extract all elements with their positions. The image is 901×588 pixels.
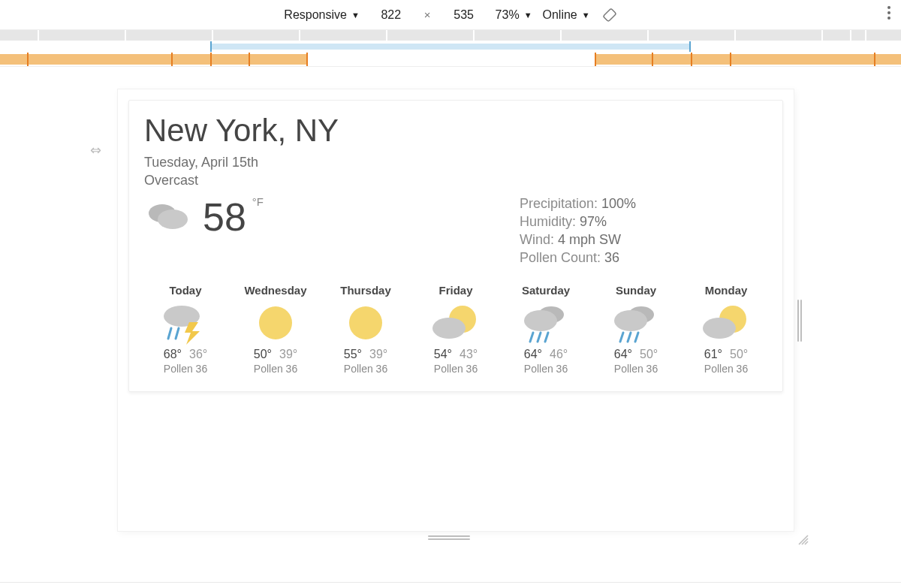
svg-line-19 bbox=[628, 333, 631, 342]
rotate-icon[interactable] bbox=[602, 8, 617, 23]
ruler-segments bbox=[0, 30, 901, 41]
day-name: Wednesday bbox=[234, 284, 317, 297]
media-query-breakpoints[interactable] bbox=[0, 53, 901, 66]
network-dropdown[interactable]: Online ▼ bbox=[543, 8, 590, 22]
breakpoint-ruler[interactable] bbox=[0, 30, 901, 67]
day-temps: 54°43° bbox=[414, 348, 497, 361]
svg-rect-0 bbox=[603, 8, 616, 22]
weather-card: New York, NY Tuesday, April 15th Overcas… bbox=[128, 100, 783, 392]
sunny-icon bbox=[234, 303, 317, 343]
rain-icon bbox=[505, 303, 587, 343]
svg-point-22 bbox=[703, 318, 736, 339]
day-name: Today bbox=[144, 284, 227, 297]
day-name: Sunday bbox=[595, 284, 677, 297]
network-label: Online bbox=[543, 8, 577, 22]
svg-point-2 bbox=[158, 210, 188, 229]
zoom-dropdown[interactable]: 73% ▼ bbox=[496, 8, 532, 22]
svg-line-13 bbox=[530, 333, 533, 342]
svg-line-4 bbox=[168, 328, 171, 339]
day-temps: 64°46° bbox=[505, 348, 587, 361]
resize-handle-right[interactable] bbox=[797, 300, 805, 342]
svg-line-5 bbox=[176, 328, 179, 339]
current-stats: Precipitation: 100% Humidity: 97% Wind: … bbox=[520, 194, 767, 267]
forecast-day: Saturday64°46°Pollen 36 bbox=[505, 284, 587, 375]
caret-down-icon: ▼ bbox=[582, 11, 590, 20]
forecast-day: Friday54°43°Pollen 36 bbox=[414, 284, 497, 375]
day-name: Friday bbox=[414, 284, 497, 297]
height-input[interactable] bbox=[443, 5, 485, 25]
day-pollen: Pollen 36 bbox=[505, 363, 587, 375]
day-pollen: Pollen 36 bbox=[685, 363, 767, 375]
temp-unit: °F bbox=[252, 195, 264, 208]
forecast-day: Monday61°50°Pollen 36 bbox=[685, 284, 767, 375]
partly-icon bbox=[685, 303, 767, 343]
svg-line-14 bbox=[538, 333, 541, 342]
day-name: Saturday bbox=[505, 284, 587, 297]
device-viewport-area: ⇔ New York, NY Tuesday, April 15th Overc… bbox=[0, 89, 901, 570]
date-line: Tuesday, April 15th bbox=[144, 153, 767, 171]
day-pollen: Pollen 36 bbox=[595, 363, 677, 375]
day-name: Monday bbox=[685, 284, 767, 297]
overcast-icon bbox=[144, 197, 192, 237]
city-name: New York, NY bbox=[144, 113, 767, 149]
storm-icon bbox=[144, 303, 227, 343]
media-query-range[interactable] bbox=[0, 41, 901, 53]
device-toolbar: Responsive ▼ × 73% ▼ Online ▼ bbox=[0, 0, 901, 30]
day-temps: 55°39° bbox=[324, 348, 407, 361]
rain-icon bbox=[595, 303, 677, 343]
day-temps: 50°39° bbox=[234, 348, 317, 361]
day-pollen: Pollen 36 bbox=[144, 363, 227, 375]
simulated-viewport: New York, NY Tuesday, April 15th Overcas… bbox=[118, 89, 794, 531]
svg-point-8 bbox=[349, 306, 382, 339]
forecast-day: Wednesday50°39°Pollen 36 bbox=[234, 284, 317, 375]
times-icon: × bbox=[423, 8, 432, 21]
partly-icon bbox=[414, 303, 497, 343]
resize-handle-left[interactable]: ⇔ bbox=[90, 142, 101, 158]
current-temp: 58 bbox=[203, 194, 246, 240]
svg-line-18 bbox=[620, 333, 623, 342]
device-mode-dropdown[interactable]: Responsive ▼ bbox=[284, 8, 360, 22]
current-conditions-row: 58 °F Precipitation: 100% Humidity: 97% … bbox=[144, 194, 767, 267]
sunny-icon bbox=[324, 303, 407, 343]
forecast-day: Thursday55°39°Pollen 36 bbox=[324, 284, 407, 375]
svg-line-20 bbox=[635, 333, 638, 342]
caret-down-icon: ▼ bbox=[524, 11, 532, 20]
svg-point-7 bbox=[259, 306, 292, 339]
forecast-day: Today68°36°Pollen 36 bbox=[144, 284, 227, 375]
caret-down-icon: ▼ bbox=[351, 11, 360, 20]
resize-handle-corner[interactable] bbox=[797, 534, 809, 546]
svg-line-15 bbox=[545, 333, 548, 342]
svg-point-17 bbox=[614, 310, 647, 331]
forecast-row: Today68°36°Pollen 36Wednesday50°39°Polle… bbox=[144, 284, 767, 375]
svg-point-12 bbox=[524, 310, 557, 331]
day-temps: 61°50° bbox=[685, 348, 767, 361]
zoom-label: 73% bbox=[496, 8, 520, 22]
day-pollen: Pollen 36 bbox=[234, 363, 317, 375]
day-name: Thursday bbox=[324, 284, 407, 297]
forecast-day: Sunday64°50°Pollen 36 bbox=[595, 284, 677, 375]
kebab-menu-icon[interactable] bbox=[887, 6, 890, 20]
width-input[interactable] bbox=[370, 5, 412, 25]
resize-handle-bottom[interactable] bbox=[428, 535, 470, 541]
day-temps: 64°50° bbox=[595, 348, 677, 361]
day-pollen: Pollen 36 bbox=[324, 363, 407, 375]
day-temps: 68°36° bbox=[144, 348, 227, 361]
day-pollen: Pollen 36 bbox=[414, 363, 497, 375]
device-mode-label: Responsive bbox=[284, 8, 347, 22]
svg-point-10 bbox=[432, 318, 466, 339]
condition-line: Overcast bbox=[144, 171, 767, 189]
